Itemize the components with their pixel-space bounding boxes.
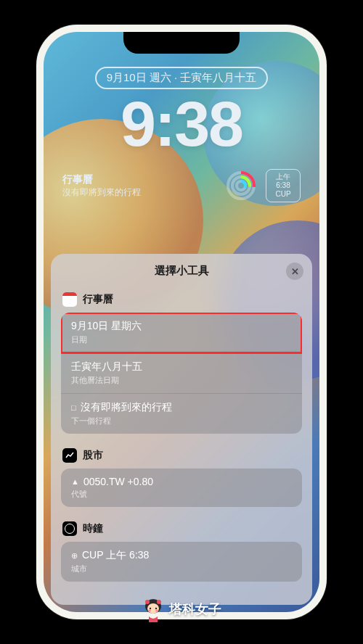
section-group-clock: ⊕ CUP 上午 6:38 城市 (61, 542, 302, 582)
section-header-calendar: 行事曆 (61, 288, 302, 313)
stocks-icon (62, 448, 77, 463)
svg-point-9 (155, 608, 157, 609)
row-subtitle: 城市 (71, 564, 292, 574)
row-title: 壬寅年八月十五 (71, 360, 292, 373)
clock-icon (62, 521, 77, 536)
section-title: 行事曆 (83, 293, 113, 306)
svg-point-13 (157, 600, 161, 604)
activity-ring-icon (225, 170, 257, 202)
lockscreen-time: 9:38 (121, 92, 242, 156)
sheet-body[interactable]: 行事曆 9月10日 星期六 日期 壬寅年八月十五 其他曆法日期 □ 沒有即將 (51, 288, 312, 605)
row-title: ⊕ CUP 上午 6:38 (71, 549, 292, 562)
world-clock-widget[interactable]: 上午 6:38 CUP (266, 169, 301, 202)
up-triangle-icon: ▲ (71, 477, 79, 486)
calendar-widget-title: 行事曆 (62, 173, 216, 186)
lockscreen-header: 9月10日 週六 · 壬寅年八月十五 9:38 行事曆 沒有即將到來的行程 (44, 67, 319, 202)
widget-row: 行事曆 沒有即將到來的行程 上午 6:38 CU (44, 169, 319, 202)
widget-option-stock[interactable]: ▲ 0050.TW +0.80 代號 (61, 468, 302, 507)
sheet-header: 選擇小工具 ✕ (51, 254, 312, 288)
svg-point-7 (147, 603, 159, 614)
date-pill[interactable]: 9月10日 週六 · 壬寅年八月十五 (95, 67, 269, 89)
mascot-icon (142, 596, 165, 622)
calendar-widget-subtitle: 沒有即將到來的行程 (62, 186, 216, 199)
widget-option-worldclock[interactable]: ⊕ CUP 上午 6:38 城市 (61, 542, 302, 582)
widget-option-altcalendar[interactable]: 壬寅年八月十五 其他曆法日期 (61, 353, 302, 394)
widget-picker-sheet: 選擇小工具 ✕ 行事曆 9月10日 星期六 日期 壬寅年八月十五 (51, 254, 312, 605)
section-header-stocks: 股市 (61, 444, 302, 468)
phone-screen: 9月10日 週六 · 壬寅年八月十五 9:38 行事曆 沒有即將到來的行程 (44, 32, 319, 612)
close-icon: ✕ (291, 266, 299, 277)
row-subtitle: 其他曆法日期 (71, 375, 292, 386)
widget-option-date[interactable]: 9月10日 星期六 日期 (61, 313, 302, 353)
close-button[interactable]: ✕ (286, 263, 303, 280)
activity-ring-widget[interactable] (225, 170, 257, 202)
watermark: 塔科女子 (142, 596, 221, 622)
row-subtitle: 日期 (71, 334, 292, 345)
section-title: 股市 (83, 449, 103, 462)
row-title: □ 沒有即將到來的行程 (71, 401, 292, 414)
calendar-widget[interactable]: 行事曆 沒有即將到來的行程 (62, 173, 216, 199)
watermark-text: 塔科女子 (169, 600, 221, 618)
svg-point-11 (155, 610, 158, 612)
row-subtitle: 代號 (71, 489, 292, 500)
svg-point-10 (148, 610, 151, 612)
phone-frame: 9月10日 週六 · 壬寅年八月十五 9:38 行事曆 沒有即將到來的行程 (36, 25, 327, 619)
calendar-icon (62, 292, 77, 307)
row-subtitle: 下一個行程 (71, 416, 292, 426)
notch (123, 32, 240, 54)
section-title: 時鐘 (83, 522, 103, 535)
section-group-stocks: ▲ 0050.TW +0.80 代號 (61, 468, 302, 507)
row-title: ▲ 0050.TW +0.80 (71, 476, 292, 487)
svg-point-8 (150, 608, 151, 609)
row-title: 9月10日 星期六 (71, 320, 292, 333)
svg-point-12 (145, 600, 150, 604)
sheet-title: 選擇小工具 (155, 264, 209, 278)
section-group-calendar: 9月10日 星期六 日期 壬寅年八月十五 其他曆法日期 □ 沒有即將到來的行程 … (61, 313, 302, 434)
widget-option-nextevent[interactable]: □ 沒有即將到來的行程 下一個行程 (61, 394, 302, 434)
globe-icon: ⊕ (71, 551, 78, 561)
section-header-clock: 時鐘 (61, 517, 302, 542)
calendar-empty-icon: □ (71, 403, 76, 412)
